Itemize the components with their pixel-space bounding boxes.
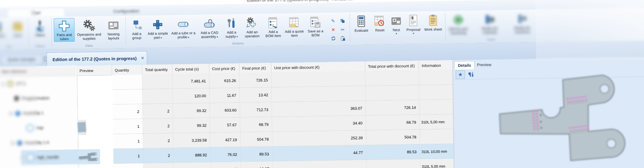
cost-price-cell[interactable]: 615.26 — [209, 73, 240, 88]
unit-discount-cell[interactable] — [271, 71, 366, 87]
expand-icon[interactable]: + — [20, 156, 24, 160]
modify-machines-button[interactable]: Modify the machines — [511, 11, 534, 35]
column-header-preview[interactable]: Preview — [77, 65, 112, 76]
cycle-total-cell[interactable]: 99.32 — [173, 103, 210, 119]
total-discount-cell[interactable] — [365, 71, 419, 86]
tree-item-assembly-1-4[interactable]: + Assembly 1-4 — [11, 135, 49, 151]
operations-and-supplies-button[interactable]: Operations and supplies — [75, 18, 103, 42]
total-discount-cell[interactable]: 89.53 — [367, 144, 421, 160]
add-supply-button[interactable]: Add a supply▾ — [222, 16, 241, 40]
unit-discount-cell[interactable]: 252.39 — [272, 130, 367, 146]
preview-cell[interactable] — [77, 90, 78, 105]
column-header-cycle-total[interactable]: Cycle total (s) — [172, 64, 209, 74]
quote-manager-tab[interactable]: Quote manager — [1, 54, 42, 65]
expand-icon[interactable]: + — [11, 141, 14, 145]
cycle-total-cell[interactable]: 230.00 — [174, 162, 211, 168]
add-bom-item-button[interactable]: Add a BOM item — [263, 15, 283, 39]
proposal-button[interactable]: $ Proposal ▾ — [405, 13, 422, 36]
cost-price-cell[interactable]: 76.02 — [211, 147, 241, 162]
close-tab-icon[interactable]: ✕ — [141, 56, 144, 60]
column-header-information[interactable]: Information — [419, 60, 452, 70]
save-as-bom-button[interactable]: Save as a BOM — [306, 14, 325, 38]
information-cell[interactable]: 310L 5,00 mm — [420, 114, 453, 129]
final-price-cell[interactable]: 13.42 — [240, 87, 272, 102]
favorite-star-button[interactable]: ★ — [455, 70, 465, 79]
tab-preview[interactable]: Preview — [474, 60, 495, 69]
quantity-cell[interactable] — [112, 89, 143, 104]
modify-materials-button[interactable]: Modify the materials — [478, 12, 502, 36]
tree-item-programmation[interactable]: Programmation — [14, 91, 50, 106]
quantity-cell[interactable] — [113, 163, 144, 168]
tools-wrench-icon[interactable] — [468, 71, 474, 78]
information-cell[interactable] — [420, 129, 454, 144]
preview-cell[interactable] — [78, 164, 79, 168]
preview-cell[interactable] — [77, 76, 77, 90]
add-quote-item-button[interactable]: Add a quote item — [284, 15, 305, 39]
cost-price-cell[interactable]: 11.67 — [210, 88, 240, 103]
preview-cell[interactable] — [77, 105, 78, 120]
preview-cell[interactable] — [77, 120, 86, 134]
cycle-total-cell[interactable]: 99.32 — [173, 118, 210, 133]
quantity-cell[interactable]: 1 — [113, 119, 143, 134]
finalize-button[interactable]: Finalize — [0, 19, 8, 39]
quantity-cell[interactable]: 1 — [113, 149, 144, 164]
send-button[interactable]: Send — [9, 19, 26, 38]
information-cell[interactable]: 310L 10,00 mm — [420, 144, 454, 159]
edit-pencil-button[interactable]: ✎ — [329, 17, 337, 25]
tree-item-trap[interactable]: trap — [26, 120, 43, 135]
total-quantity-cell[interactable]: 2 — [143, 119, 173, 134]
quantity-cell[interactable]: 1 — [113, 134, 144, 149]
total-quantity-cell[interactable]: 2 — [143, 104, 173, 119]
tree-item-assembly-1[interactable]: + Assembly 1 — [9, 106, 44, 121]
add-operation-button[interactable]: Add an operation — [241, 15, 263, 39]
final-price-cell[interactable]: 89.53 — [241, 146, 273, 162]
total-discount-cell[interactable]: 504.78 — [366, 130, 420, 145]
final-price-cell[interactable]: 712.73 — [240, 102, 272, 117]
ribbon-tab-start[interactable]: Start — [7, 7, 65, 18]
add-simple-part-button[interactable]: Add a simple part▾ — [146, 17, 169, 41]
cost-price-cell[interactable]: 427.19 — [210, 132, 241, 148]
add-cad-assembly-button[interactable]: Add a CAD assembly▾ — [197, 16, 222, 40]
work-sheet-button[interactable]: Work sheet — [423, 13, 443, 32]
column-header-cost-price[interactable]: Cost price (€) — [209, 64, 239, 74]
evaluate-button[interactable]: Evaluate — [352, 14, 371, 33]
preview-cell[interactable] — [78, 149, 100, 164]
cost-price-cell[interactable]: 603.60 — [210, 103, 240, 118]
column-header-quantity[interactable]: Quantity — [112, 65, 142, 75]
collapse-icon[interactable]: - — [1, 82, 5, 86]
filters-button[interactable]: Filters — [31, 18, 50, 38]
information-cell[interactable] — [419, 85, 453, 100]
total-discount-cell[interactable]: 726.14 — [366, 100, 420, 116]
active-document-tab[interactable]: Edition of the 177.2 (Quotes in progress… — [46, 51, 147, 66]
unit-discount-cell[interactable]: 363.07 — [272, 101, 366, 117]
tab-details[interactable]: Details — [454, 61, 475, 70]
final-price-cell[interactable]: 68.79 — [240, 117, 272, 132]
information-cell[interactable] — [419, 70, 453, 85]
copy-button[interactable] — [338, 17, 347, 25]
total-quantity-cell[interactable] — [143, 89, 173, 104]
unit-discount-cell[interactable]: 34.40 — [272, 116, 366, 132]
column-header-final-price[interactable]: Final price (€) — [239, 63, 271, 73]
total-quantity-cell[interactable]: 2 — [143, 133, 174, 149]
ribbon-tab-configuration[interactable]: Configuration — [89, 6, 163, 16]
total-discount-cell[interactable] — [367, 159, 421, 168]
edit-part-machining-button[interactable]: Edit the part machining — [447, 12, 469, 36]
information-cell[interactable] — [420, 99, 453, 115]
column-header-unit-price-discount[interactable]: Unit price with discount (€) — [271, 61, 365, 73]
cycle-total-cell[interactable]: 7,481.41 — [172, 74, 210, 89]
nesting-layouts-button[interactable]: Nesting layouts — [103, 17, 124, 41]
tree-item-high-handle[interactable]: + high_handle — [20, 150, 59, 165]
unit-discount-cell[interactable] — [272, 86, 366, 102]
total-quantity-cell[interactable] — [144, 163, 174, 168]
total-discount-cell[interactable]: 68.79 — [366, 115, 420, 130]
unit-discount-cell[interactable]: 44.77 — [273, 145, 367, 161]
quantity-cell[interactable]: 2 — [113, 104, 143, 119]
cost-price-cell[interactable]: 57.67 — [210, 118, 240, 133]
information-cell[interactable]: 310L 5,00 mm — [420, 159, 454, 168]
tree-header[interactable]: Item reference — [0, 66, 77, 77]
final-price-cell[interactable]: 726.15 — [239, 73, 272, 88]
cut-button[interactable]: ✂ — [338, 26, 347, 34]
final-price-cell[interactable]: 16.87 — [241, 161, 273, 168]
delete-button[interactable]: ✕ — [329, 26, 337, 34]
quantity-cell[interactable] — [112, 75, 143, 90]
